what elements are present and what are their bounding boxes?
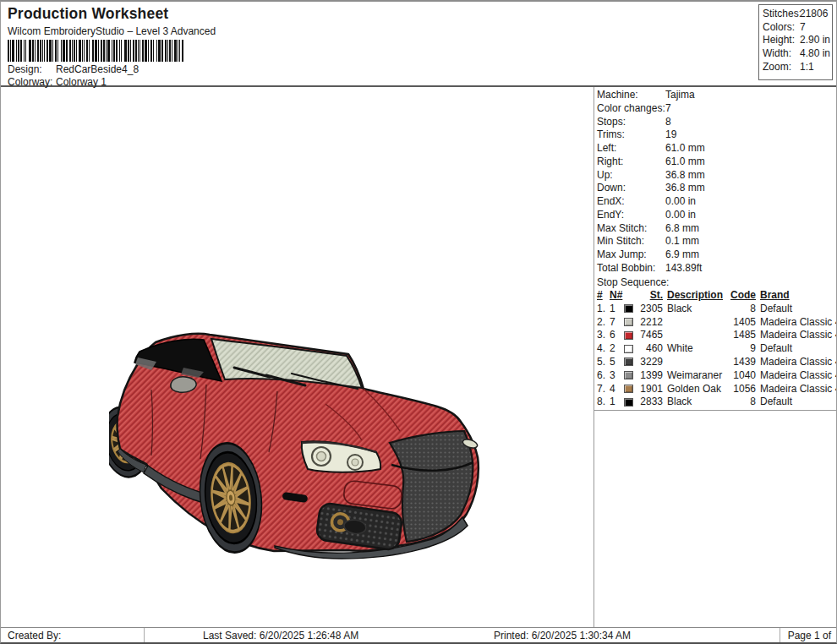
design-label: Design: (8, 63, 56, 75)
machine-info-value: 8 (665, 116, 671, 128)
thread-color-cell (624, 342, 637, 356)
stitch-count-cell: 460 (637, 342, 663, 356)
design-value: RedCarBeside4_8 (56, 63, 139, 75)
stop-row-number: 6. (597, 369, 610, 383)
stat-row: Width:4.80 in (763, 47, 832, 61)
machine-info-label: Max Stitch: (597, 222, 665, 236)
page-number: Page 1 of 1 (780, 628, 836, 644)
stop-needle-number: 2 (610, 342, 624, 356)
thread-color-cell (624, 356, 637, 369)
footer: Created By: Last Saved: 6/20/2025 1:26:4… (1, 627, 836, 644)
machine-info-label: Right: (597, 156, 665, 169)
stop-needle-number: 7 (610, 316, 624, 330)
last-saved-text: Last Saved: 6/20/2025 1:26:48 AM (203, 628, 358, 643)
colorway-row: Colorway:Colorway 1 (8, 76, 107, 88)
stop-needle-number: 3 (610, 369, 624, 383)
machine-info-label: EndY: (597, 209, 665, 222)
stat-row: Height:2.90 in (763, 34, 832, 47)
machine-info-value: 143.89ft (665, 262, 702, 274)
design-preview-area (1, 89, 593, 627)
stitch-count-cell: 7465 (637, 329, 663, 342)
description-cell: Black (663, 396, 730, 409)
design-stats-box: Stitches:21806Colors:7Height:2.90 inWidt… (758, 4, 833, 80)
machine-info-row: Max Jump:6.9 mm (594, 248, 837, 262)
machine-info-label: Min Stitch: (597, 235, 665, 248)
thread-color-swatch (624, 398, 633, 407)
thread-color-cell (624, 369, 637, 383)
stitch-count-cell: 3229 (637, 356, 663, 369)
stop-row-number: 5. (597, 356, 610, 369)
machine-info-value: 36.8 mm (665, 169, 705, 181)
machine-info-label: EndX: (597, 195, 665, 209)
production-worksheet-page: Production Worksheet Wilcom EmbroiderySt… (0, 0, 837, 644)
colorway-label: Colorway: (8, 76, 56, 88)
description-cell (663, 356, 730, 369)
stop-row-number: 1. (597, 303, 610, 316)
thread-color-cell (624, 316, 637, 330)
machine-info-label: Stops: (597, 116, 665, 129)
machine-info-row: Machine:Tajima (594, 89, 837, 102)
page-title: Production Worksheet (8, 5, 168, 23)
column-header: Brand (756, 289, 837, 303)
thread-color-swatch (624, 385, 633, 393)
stat-value: 21806 (800, 8, 828, 19)
machine-info-row: Left:61.0 mm (594, 142, 837, 156)
column-header: # (597, 289, 610, 303)
stop-needle-number: 6 (610, 329, 624, 342)
brand-cell: Madeira Classic 40 (756, 369, 837, 383)
design-row: Design:RedCarBeside4_8 (8, 63, 139, 75)
machine-info-label: Total Bobbin: (597, 262, 665, 276)
machine-info-list: Machine:TajimaColor changes:7Stops:8Trim… (594, 89, 837, 276)
code-cell: 1040 (730, 369, 756, 383)
machine-info-row: EndX:0.00 in (594, 195, 837, 209)
created-by-label: Created By: (1, 628, 145, 644)
machine-info-label: Down: (597, 182, 665, 195)
thread-color-cell (624, 329, 637, 342)
thread-color-swatch (624, 318, 633, 326)
code-cell: 1056 (730, 383, 756, 396)
machine-info-value: 61.0 mm (665, 156, 705, 167)
stop-sequence-title: Stop Sequence: (594, 276, 837, 289)
description-cell (663, 316, 730, 330)
thread-color-cell (624, 303, 637, 316)
stop-needle-number: 1 (610, 396, 624, 409)
machine-info-label: Max Jump: (597, 248, 665, 262)
machine-info-value: 0.00 in (665, 209, 696, 221)
colorway-value: Colorway 1 (56, 76, 107, 88)
machine-info-row: Right:61.0 mm (594, 156, 837, 169)
stat-value: 4.80 in (800, 47, 830, 59)
thread-color-cell (624, 383, 637, 396)
stat-value: 2.90 in (800, 34, 830, 46)
brand-cell: Madeira Classic 40 (756, 329, 837, 342)
machine-info-row: Down:36.8 mm (594, 182, 837, 195)
stat-value: 1:1 (800, 61, 814, 73)
stitch-count-cell: 1399 (637, 369, 663, 383)
stop-sequence-table: #N#St.DescriptionCodeBrand1.12305Black8D… (594, 289, 837, 409)
stop-needle-number: 1 (610, 303, 624, 316)
thread-color-swatch (624, 331, 633, 340)
code-cell: 9 (730, 342, 756, 356)
description-cell: Black (663, 303, 730, 316)
stop-row-number: 8. (597, 396, 610, 409)
machine-info-value: 61.0 mm (665, 142, 705, 154)
description-cell: Golden Oak (663, 383, 730, 396)
code-cell: 1485 (730, 329, 756, 342)
column-header: Code (730, 289, 756, 303)
machine-info-value: 36.8 mm (665, 182, 705, 194)
red-car-embroidery-image (109, 324, 503, 565)
code-cell: 8 (730, 303, 756, 316)
machine-info-value: Tajima (665, 89, 695, 101)
app-subtitle: Wilcom EmbroideryStudio – Level 3 Advanc… (8, 25, 216, 37)
stat-row: Colors:7 (763, 21, 832, 35)
stat-label: Colors: (763, 21, 800, 35)
machine-info-value: 0.00 in (665, 195, 696, 207)
printed-text: Printed: 6/20/2025 1:30:34 AM (494, 628, 631, 643)
machine-info-row: Color changes:7 (594, 102, 837, 116)
machine-info-panel: Machine:TajimaColor changes:7Stops:8Trim… (594, 89, 837, 409)
column-header: St. (624, 289, 663, 303)
stitch-count-cell: 1901 (637, 383, 663, 396)
description-cell: White (663, 342, 730, 356)
column-header: Description (663, 289, 730, 303)
stitch-count-cell: 2833 (637, 396, 663, 409)
stop-needle-number: 5 (610, 356, 624, 369)
